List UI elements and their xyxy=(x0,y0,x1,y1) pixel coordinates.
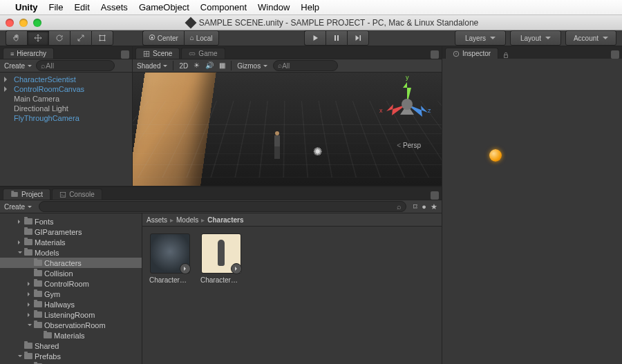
menu-edit[interactable]: Edit xyxy=(74,2,89,12)
expand-arrow-icon[interactable] xyxy=(28,303,32,307)
hierarchy-list: CharacterScientistControlRoomCanvasMain … xyxy=(0,73,132,186)
menu-help[interactable]: Help xyxy=(301,2,319,12)
scene-2d-toggle[interactable]: 2D xyxy=(179,62,188,70)
project-tree-item[interactable]: Fonts xyxy=(0,216,142,227)
menu-assets[interactable]: Assets xyxy=(101,2,128,12)
hierarchy-item[interactable]: FlyThroughCamera xyxy=(4,113,128,123)
project-tree-item-label: Shared xyxy=(35,342,59,350)
rotate-tool-button[interactable] xyxy=(48,30,70,46)
layout-dropdown[interactable]: Layout xyxy=(510,30,561,46)
orientation-gizmo[interactable]: y x z xyxy=(379,77,435,132)
tab-console-label: Console xyxy=(69,191,95,198)
hierarchy-item[interactable]: Directional Light xyxy=(4,104,128,113)
expand-arrow-icon[interactable] xyxy=(28,282,32,286)
project-panel: Project Console Create ⌕ ⌑ ● ★ FontsGIPa… xyxy=(0,186,442,364)
expand-arrow-icon[interactable] xyxy=(18,220,22,224)
move-tool-button[interactable] xyxy=(27,30,48,46)
expand-arrow-icon[interactable] xyxy=(18,355,22,359)
hierarchy-item[interactable]: CharacterScientist xyxy=(4,75,128,84)
filter-by-label-icon[interactable]: ● xyxy=(422,203,426,211)
asset-play-icon[interactable] xyxy=(231,263,242,274)
menu-file[interactable]: File xyxy=(49,2,64,12)
hierarchy-item[interactable]: Main Camera xyxy=(4,94,128,104)
pause-button[interactable] xyxy=(326,30,347,46)
hierarchy-item[interactable]: ControlRoomCanvas xyxy=(4,84,128,94)
project-tree-item[interactable]: Materials xyxy=(0,330,142,341)
scene-lighting-toggle[interactable]: ☀ xyxy=(194,62,200,69)
scale-tool-button[interactable] xyxy=(70,30,91,46)
scene-gizmos-dropdown[interactable]: Gizmos xyxy=(237,62,267,70)
expand-arrow-icon[interactable] xyxy=(28,313,32,317)
menu-gameobject[interactable]: GameObject xyxy=(139,2,189,12)
project-tree-item[interactable]: Collision xyxy=(0,268,142,278)
menu-component[interactable]: Component xyxy=(200,2,247,12)
tab-console[interactable]: Console xyxy=(52,189,102,200)
layers-dropdown[interactable]: Layers xyxy=(455,30,506,46)
project-tree-item[interactable]: Prefabs xyxy=(0,351,142,361)
expand-arrow-icon[interactable] xyxy=(28,324,32,328)
pivot-center-button[interactable]: ⦿ Center xyxy=(142,30,184,46)
scene-audio-toggle[interactable]: 🔊 xyxy=(205,62,214,69)
expand-arrow-icon[interactable] xyxy=(4,77,10,82)
close-window-button[interactable] xyxy=(6,19,14,27)
scene-shading-dropdown[interactable]: Shaded xyxy=(137,62,167,70)
asset-play-icon[interactable] xyxy=(180,263,191,274)
tab-project[interactable]: Project xyxy=(3,189,50,200)
scene-projection-label[interactable]: Persp xyxy=(397,142,421,149)
scene-viewport[interactable]: ✺ y x z xyxy=(133,73,442,186)
tab-hierarchy[interactable]: ≡Hierarchy xyxy=(3,48,54,59)
play-button[interactable] xyxy=(304,30,326,46)
expand-arrow-icon[interactable] xyxy=(4,86,10,92)
project-tree-item[interactable]: GIParameters xyxy=(0,227,142,237)
svg-rect-0 xyxy=(100,36,105,41)
project-tree-item[interactable]: ListeningRoom xyxy=(0,309,142,320)
project-tree-item[interactable]: Gym xyxy=(0,289,142,299)
tab-scene[interactable]: Scene xyxy=(135,48,180,59)
zoom-window-button[interactable] xyxy=(33,19,41,27)
rect-tool-button[interactable] xyxy=(91,30,113,46)
asset-item[interactable]: CharacterSci... xyxy=(200,233,242,357)
expand-arrow-icon[interactable] xyxy=(18,251,22,256)
project-tree-item[interactable]: Shared xyxy=(0,341,142,351)
project-tree-item[interactable]: Hallways xyxy=(0,299,142,309)
asset-item[interactable]: CharacterBu... xyxy=(149,233,191,357)
project-tree-item[interactable]: Audio xyxy=(0,361,142,364)
project-search-input[interactable]: ⌕ xyxy=(39,201,406,212)
project-tree-item[interactable]: ControlRoom xyxy=(0,278,142,289)
folder-icon xyxy=(34,312,42,318)
menu-window[interactable]: Window xyxy=(258,2,290,12)
panel-menu-icon[interactable] xyxy=(431,50,439,59)
project-tree-item-label: Prefabs xyxy=(35,352,61,361)
breadcrumb-item[interactable]: Models xyxy=(176,216,198,224)
hand-tool-button[interactable] xyxy=(6,30,27,46)
panel-menu-icon[interactable] xyxy=(611,50,619,59)
expand-arrow-icon[interactable] xyxy=(18,240,22,245)
account-dropdown[interactable]: Account xyxy=(565,30,616,46)
panel-menu-icon[interactable] xyxy=(431,191,439,200)
lock-icon[interactable] xyxy=(502,52,509,59)
hierarchy-create-dropdown[interactable]: Create xyxy=(4,62,32,70)
tab-game[interactable]: Game xyxy=(181,48,225,59)
menu-unity[interactable]: Unity xyxy=(15,2,38,12)
project-tree-item[interactable]: Models xyxy=(0,247,142,258)
project-tree-item[interactable]: Materials xyxy=(0,237,142,247)
project-tree-item[interactable]: Characters xyxy=(0,258,142,268)
step-button[interactable] xyxy=(347,30,369,46)
expand-arrow-icon[interactable] xyxy=(28,292,32,296)
minimize-window-button[interactable] xyxy=(19,19,28,27)
cursor-highlight-icon xyxy=(489,149,502,162)
pivot-center-label: Center xyxy=(158,35,178,42)
hierarchy-search-input[interactable]: ⌕All xyxy=(36,60,115,71)
breadcrumb-item[interactable]: Characters xyxy=(207,216,243,224)
svg-rect-6 xyxy=(337,35,339,41)
scene-fx-toggle[interactable]: ▦ xyxy=(219,62,225,69)
favorite-icon[interactable]: ★ xyxy=(431,203,437,211)
panel-menu-icon[interactable] xyxy=(121,50,129,59)
scene-search-input[interactable]: ⌕All xyxy=(273,60,338,71)
tab-inspector[interactable]: Inspector xyxy=(445,48,498,59)
breadcrumb-item[interactable]: Assets xyxy=(147,216,167,224)
project-tree-item[interactable]: ObservationRoom xyxy=(0,320,142,330)
pivot-local-button[interactable]: ⌂ Local xyxy=(184,30,219,46)
filter-by-type-icon[interactable]: ⌑ xyxy=(413,203,417,211)
project-create-dropdown[interactable]: Create xyxy=(4,203,32,211)
